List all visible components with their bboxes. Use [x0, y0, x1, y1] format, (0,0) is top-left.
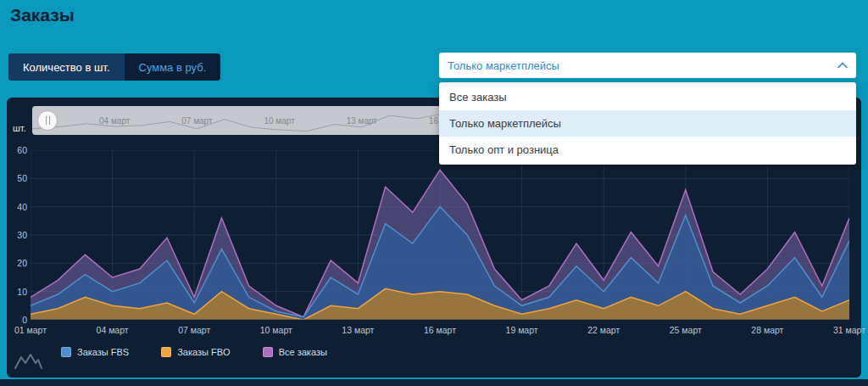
legend-marker [263, 347, 273, 357]
grip-icon [46, 116, 47, 125]
page-title: Заказы [10, 5, 75, 25]
x-tick-label: 31 март [833, 325, 865, 335]
chart-legend: Заказы FBSЗаказы FBOВсе заказы [61, 347, 327, 357]
legend-item[interactable]: Заказы FBO [161, 347, 230, 357]
x-tick-label: 04 март [97, 325, 129, 335]
y-axis-labels: 6050403020100 [7, 145, 27, 325]
legend-label: Все заказы [279, 347, 327, 357]
view-toggle-group: Количество в шт. Сумма в руб. [8, 53, 220, 81]
chart-plot[interactable] [31, 150, 849, 320]
legend-item[interactable]: Заказы FBS [61, 347, 129, 357]
x-tick-label: 01 март [14, 325, 47, 335]
toggle-sum-button[interactable]: Сумма в руб. [125, 53, 221, 81]
y-tick-label: 20 [17, 258, 27, 268]
x-tick-label: 10 март [260, 325, 292, 335]
dropdown-option[interactable]: Все заказы [439, 84, 856, 110]
minimap-date-label: 10 март [264, 116, 294, 126]
y-tick-label: 40 [17, 202, 27, 212]
minimap-date-label: 07 март [181, 116, 212, 126]
minimap-date-label: 13 март [347, 116, 377, 126]
y-tick-label: 60 [17, 145, 27, 155]
filter-selected-value: Только маркетплейсы [448, 59, 559, 72]
legend-marker [161, 347, 171, 357]
legend-item[interactable]: Все заказы [263, 347, 327, 357]
x-tick-label: 07 март [178, 325, 210, 335]
y-tick-label: 10 [17, 287, 27, 297]
legend-label: Заказы FBS [77, 347, 129, 357]
chevron-up-icon [837, 62, 848, 69]
minimap-date-label: 04 март [99, 116, 130, 126]
x-axis-labels: 01 март04 март07 март10 март13 март16 ма… [31, 325, 849, 337]
legend-marker [61, 347, 71, 357]
footer-bar [0, 379, 868, 386]
dropdown-option[interactable]: Только маркетплейсы [439, 110, 856, 137]
y-axis-unit-label: шт. [13, 123, 26, 133]
x-tick-label: 28 март [751, 325, 783, 335]
x-tick-label: 22 март [587, 325, 620, 335]
x-tick-label: 13 март [342, 325, 374, 335]
legend-label: Заказы FBO [177, 347, 230, 357]
filter-dropdown-menu: Все заказыТолько маркетплейсыТолько опт … [439, 82, 856, 165]
x-tick-label: 16 март [424, 325, 456, 335]
y-tick-label: 50 [17, 173, 27, 183]
x-tick-label: 25 март [670, 325, 702, 335]
minimap-left-handle[interactable] [37, 110, 58, 131]
dropdown-option[interactable]: Только опт и розница [439, 137, 856, 163]
toggle-quantity-button[interactable]: Количество в шт. [8, 53, 125, 81]
filter-select[interactable]: Только маркетплейсы [439, 53, 856, 78]
y-tick-label: 0 [22, 315, 27, 325]
amcharts-logo-icon[interactable] [14, 352, 42, 374]
y-tick-label: 30 [17, 230, 27, 240]
grip-icon [49, 116, 50, 125]
x-tick-label: 19 март [506, 325, 538, 335]
chart-svg [31, 150, 849, 320]
